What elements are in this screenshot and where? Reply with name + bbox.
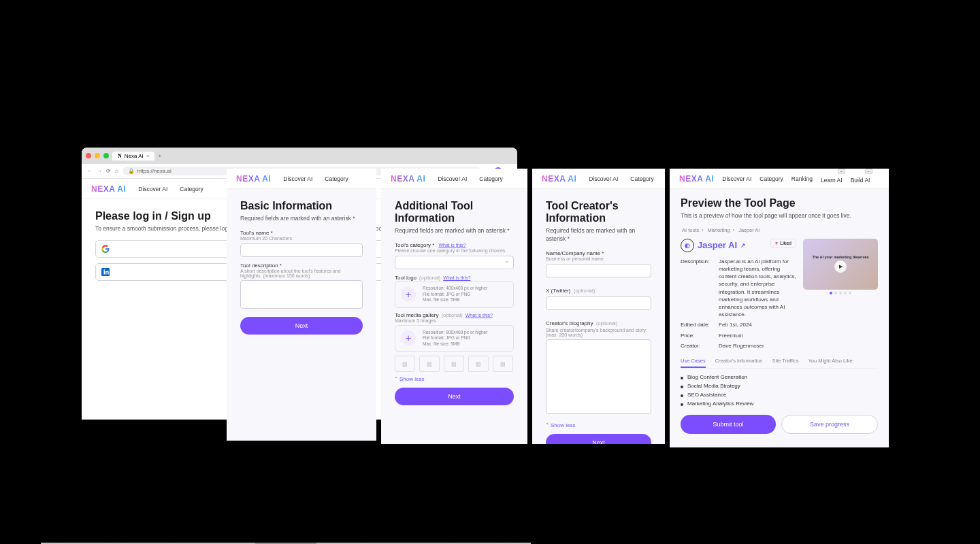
label-category: Tool's category * — [395, 242, 434, 248]
step-creator-info: NEXA AI Discover AI Category Tool Creato… — [532, 169, 665, 444]
next-button[interactable]: Next — [240, 317, 363, 335]
nav-ranking[interactable]: Ranking — [791, 175, 813, 182]
traffic-min-icon[interactable] — [95, 153, 100, 158]
bio-input[interactable] — [546, 339, 651, 414]
hint-tool-desc: A short description about the tool's fea… — [240, 269, 363, 278]
tab-site-traffic[interactable]: Site Traffics — [772, 358, 798, 368]
breadcrumb: AI tools› Marketing› Jasper AI — [681, 227, 878, 233]
step-basic-info: NEXA AI Discover AI Category Basic Infor… — [227, 169, 376, 441]
chevron-up-icon: ˄ — [546, 422, 549, 428]
label-gallery: Tool media gallery — [395, 312, 438, 318]
nav-discover[interactable]: Discover AI — [589, 175, 618, 182]
step-additional-info: NEXA AI Discover AI Category Additional … — [381, 169, 527, 444]
next-button[interactable]: Next — [395, 388, 514, 405]
save-progress-button[interactable]: Save progress — [781, 415, 878, 434]
tool-name-input[interactable] — [240, 243, 363, 257]
tool-desc-input[interactable] — [240, 280, 363, 309]
linkedin-icon — [101, 268, 110, 276]
tab-creator-info[interactable]: Creator's Information — [715, 358, 763, 368]
browser-tabbar: N Nexa AI × + — [82, 148, 517, 164]
pager-dot[interactable] — [839, 292, 842, 294]
tool-title: ◐ Jasper AI ↗ — [681, 239, 746, 252]
logo-upload-box[interactable]: + Resolution: 400x400 px or higherFile f… — [395, 281, 514, 307]
what-is-this-link[interactable]: What is this? — [443, 275, 470, 280]
logo[interactable]: NEXA AI — [542, 174, 576, 184]
nav-category[interactable]: Category — [479, 175, 503, 182]
crumb-current: Jasper AI — [738, 227, 760, 233]
pager-dot[interactable] — [844, 292, 847, 294]
required-note: Required fields are marked with an aster… — [395, 227, 514, 235]
liked-button[interactable]: ♥ Liked — [770, 239, 796, 248]
list-item: SEO Assistance — [681, 390, 878, 399]
carousel-pager — [803, 292, 878, 294]
nav-back-icon[interactable]: ← — [87, 168, 93, 174]
plus-icon: + — [401, 287, 416, 302]
url-text: https://nexa.ai — [137, 168, 172, 174]
nav-discover[interactable]: Discover AI — [138, 186, 167, 192]
tab-close-icon[interactable]: × — [146, 153, 150, 159]
thumbnail-slot[interactable]: ▧ — [468, 356, 489, 372]
nav-learn[interactable]: Learn AI — [821, 177, 843, 184]
tab-title: Nexa AI — [125, 153, 144, 159]
required-note: Required fields are marked with an aster… — [240, 215, 363, 223]
logo[interactable]: NEXA AI — [679, 174, 714, 184]
browser-tab[interactable]: N Nexa AI × — [112, 152, 154, 160]
next-button[interactable]: Next — [546, 434, 651, 444]
nav-discover[interactable]: Discover AI — [283, 175, 312, 182]
crumb-link[interactable]: Marketing — [708, 227, 730, 233]
pager-dot[interactable] — [830, 292, 832, 294]
thumbnail-slot[interactable]: ▧ — [493, 356, 513, 372]
show-less-toggle[interactable]: ˄ Show less — [395, 376, 514, 382]
category-select[interactable] — [395, 256, 514, 269]
nav-discover[interactable]: Discover AI — [722, 175, 751, 182]
thumbnail-slot[interactable]: ▧ — [395, 356, 415, 372]
traffic-max-icon[interactable] — [103, 153, 109, 158]
label-logo: Tool logo — [395, 275, 416, 281]
upload-meta: Resolution: 400x400 px or higherFile for… — [423, 286, 487, 303]
page-title: Basic Information — [240, 200, 363, 212]
what-is-this-link[interactable]: What is this? — [466, 313, 493, 318]
external-link-icon[interactable]: ↗ — [740, 242, 746, 249]
nav-reload-icon[interactable]: ⟳ — [106, 168, 111, 174]
nav-forward-icon[interactable]: → — [97, 168, 102, 174]
tab-use-cases[interactable]: Use Cases — [681, 358, 706, 368]
gallery-upload-box[interactable]: + Resolution: 800x400 px or higherFile f… — [395, 325, 514, 352]
logo[interactable]: NEXA AI — [91, 184, 126, 194]
pager-dot[interactable] — [834, 292, 837, 294]
thumbnail-slot[interactable]: ▧ — [444, 356, 464, 372]
pager-dot[interactable] — [849, 292, 851, 294]
nav-category[interactable]: Category — [760, 175, 783, 182]
chevron-up-icon: ˄ — [395, 376, 397, 382]
nav-category[interactable]: Category — [180, 186, 203, 192]
logo[interactable]: NEXA AI — [236, 174, 271, 184]
badge-icon: ⋯ — [838, 169, 845, 174]
crumb-link[interactable]: AI tools — [682, 227, 699, 233]
label-bio: Creator's biography — [546, 320, 593, 326]
x-input[interactable] — [546, 296, 651, 310]
submit-tool-button[interactable]: Submit tool — [681, 415, 776, 434]
label-x: X (Twitter) — [546, 288, 570, 294]
traffic-close-icon[interactable] — [86, 153, 91, 158]
meta-key: Price: — [681, 332, 719, 339]
meta-key: Edited date: — [681, 321, 719, 328]
logo[interactable]: NEXA AI — [391, 174, 425, 184]
site-header: NEXA AI Discover AI Category — [532, 169, 665, 189]
what-is-this-link[interactable]: What is this? — [438, 243, 466, 248]
video-preview[interactable]: The AI your marketing deserves ▶ — [803, 239, 878, 290]
label-tool-name: Tool's name * — [240, 230, 363, 236]
nav-build[interactable]: Build AI — [851, 177, 870, 184]
thumbnail-slot[interactable]: ▧ — [419, 356, 440, 372]
nav-category[interactable]: Category — [630, 175, 654, 182]
required-note: Required fields are marked with an aster… — [546, 227, 651, 243]
nav-home-icon[interactable]: ⌂ — [115, 168, 118, 174]
hint-creator-name: Business or personal name — [546, 256, 651, 261]
label-tool-desc: Tool description * — [240, 262, 363, 269]
show-less-toggle[interactable]: ˄ Show less — [546, 422, 651, 428]
new-tab-icon[interactable]: + — [158, 153, 161, 159]
nav-category[interactable]: Category — [325, 175, 348, 182]
creator-name-input[interactable] — [546, 264, 651, 277]
nav-discover[interactable]: Discover AI — [438, 175, 467, 182]
tab-related[interactable]: You Might Also Like — [808, 358, 853, 368]
list-item: Marketing Analytics Review — [681, 399, 878, 408]
label-creator-name: Name/Company name * — [546, 250, 651, 256]
